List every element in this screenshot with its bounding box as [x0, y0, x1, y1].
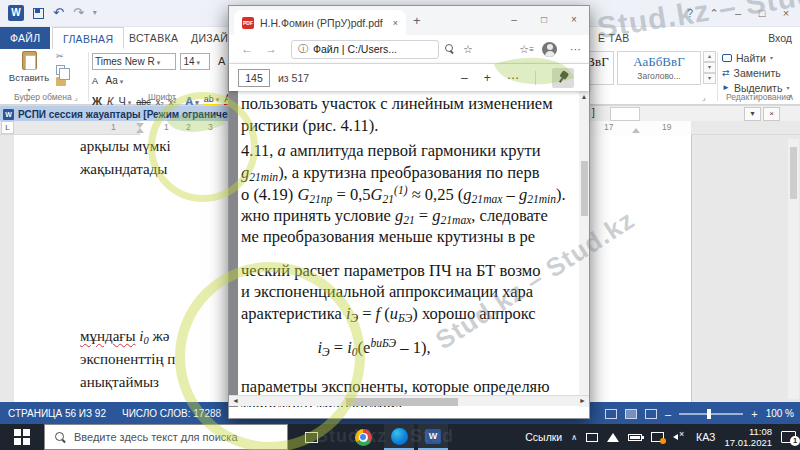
back-button[interactable]: ←	[241, 42, 253, 56]
pdf-vertical-scrollbar[interactable]: ▲	[579, 91, 589, 407]
new-tab-button[interactable]: +	[413, 13, 421, 28]
font-size-combo[interactable]: 14	[180, 53, 210, 70]
tab-selector[interactable]: L	[1, 121, 14, 134]
font-name-combo[interactable]: Times New R	[92, 53, 176, 70]
styles-dialog-launcher[interactable]: ⌟	[702, 93, 706, 102]
web-layout-button[interactable]	[645, 409, 657, 419]
restore-button[interactable]: □	[750, 0, 774, 26]
cast-icon[interactable]	[651, 432, 664, 442]
task-view-button[interactable]	[296, 424, 326, 450]
read-mode-button[interactable]	[605, 409, 617, 419]
pdf-more-options-icon[interactable]: ⋯	[507, 71, 519, 85]
collapse-ribbon-icon[interactable]: ∧	[787, 92, 794, 102]
zoom-level[interactable]: 100 %	[766, 408, 794, 419]
taskbar-search[interactable]	[44, 424, 288, 450]
help-button[interactable]: ?	[678, 0, 702, 26]
find-button[interactable]: Найти ▾	[722, 50, 789, 65]
replace-button[interactable]: ⇄ Заменить	[722, 65, 789, 80]
word-count-status[interactable]: ЧИСЛО СЛОВ: 17288	[122, 408, 221, 419]
scroll-right-icon[interactable]: ►	[579, 397, 586, 404]
clock[interactable]: 11:08 17.01.2021	[724, 426, 772, 448]
tab-addin[interactable]: Е ТАВ	[588, 27, 640, 49]
close-button[interactable]: ×	[559, 6, 589, 34]
pdf-horizontal-scrollbar[interactable]: ◄ ►	[229, 395, 589, 406]
zoom-indicator-icon[interactable]	[445, 44, 455, 54]
undo-icon[interactable]: ↶	[53, 5, 64, 21]
language-indicator[interactable]: КАЗ	[696, 431, 715, 443]
qat-dropdown-icon[interactable]: ▾	[93, 5, 97, 21]
scroll-left-icon[interactable]: ◄	[232, 397, 239, 404]
document-title-tail: ]	[592, 107, 595, 118]
tab-file[interactable]: ФАЙЛ	[0, 27, 50, 49]
browser-tab[interactable]: PDF Н.Н.Фомин (РПрУ)pdf.pdf ×	[234, 10, 406, 35]
ribbon-options-button[interactable]: ⌃	[702, 0, 726, 26]
doc-window-minimize-button[interactable]: ▾	[744, 107, 761, 121]
tablet-mode-icon[interactable]	[586, 433, 598, 442]
browser-menu-icon[interactable]: ⋯	[570, 43, 581, 56]
battery-icon[interactable]	[628, 434, 642, 441]
zoom-slider[interactable]	[679, 413, 743, 415]
forward-button[interactable]: →	[265, 42, 277, 56]
style-item-heading[interactable]: АаБбВвГ Заголово...	[617, 51, 701, 85]
print-layout-button[interactable]	[625, 409, 637, 419]
page-count-status[interactable]: СТРАНИЦА 56 ИЗ 92	[8, 408, 106, 419]
close-button[interactable]: ×	[774, 0, 798, 26]
clipboard-dialog-launcher[interactable]: ⌟	[74, 93, 78, 102]
grow-font-button[interactable]: А	[218, 55, 225, 67]
scrollbar-thumb[interactable]	[581, 161, 588, 216]
pdf-page: пользовать участок с линейным изменением…	[238, 91, 580, 407]
hidden-icons-chevron[interactable]: ∧	[571, 433, 577, 442]
search-input[interactable]	[74, 431, 274, 443]
links-toolbar[interactable]: Ссылки	[525, 431, 562, 443]
copy-icon[interactable]	[56, 65, 65, 75]
cut-icon[interactable]: ✂	[56, 51, 66, 63]
redo-icon[interactable]: ↷	[73, 5, 84, 21]
document-scrollbar[interactable]	[788, 139, 799, 399]
profile-avatar[interactable]	[542, 42, 557, 57]
action-center-icon[interactable]: 1	[781, 431, 796, 443]
doc-window-close-button[interactable]: ×	[763, 107, 780, 121]
page-info-icon[interactable]: ⓘ	[298, 42, 308, 56]
styles-more-button[interactable]: ▾	[703, 73, 716, 84]
pdf-zoom-out-button[interactable]: –	[461, 71, 468, 85]
wifi-icon[interactable]	[607, 433, 619, 442]
taskbar-word-button[interactable]: W	[418, 424, 448, 450]
styles-up-button[interactable]: ▴	[703, 51, 716, 62]
document-text-block: арқылы мүмкіжақындатады	[80, 138, 171, 184]
start-button[interactable]	[0, 424, 44, 450]
minimize-button[interactable]: –	[499, 6, 529, 34]
edge-icon	[391, 428, 408, 445]
zoom-in-button[interactable]: +	[751, 408, 757, 420]
tab-home[interactable]: ГЛАВНАЯ	[52, 27, 124, 49]
minimize-button[interactable]: –	[726, 0, 750, 26]
hanging-indent-marker[interactable]	[136, 128, 144, 133]
sign-in-link[interactable]: Вход	[768, 27, 792, 49]
change-case-button[interactable]: Аа	[105, 75, 123, 86]
scroll-up-icon[interactable]: ▲	[579, 93, 589, 100]
paste-button[interactable]: Вставить ▾	[8, 51, 50, 95]
text-line: жақындатады	[80, 161, 171, 184]
zoom-out-button[interactable]: –	[665, 408, 671, 420]
scrollbar-thumb[interactable]	[346, 398, 458, 406]
volume-muted-icon[interactable]: ×	[673, 432, 687, 442]
right-indent-marker[interactable]	[632, 128, 640, 133]
tab-insert[interactable]: ВСТАВКА	[119, 27, 188, 49]
pdf-zoom-in-button[interactable]: +	[484, 71, 491, 85]
tab-close-icon[interactable]: ×	[393, 18, 398, 28]
page-number-input[interactable]: 145	[238, 69, 270, 87]
document-title[interactable]: W РСПИ сессия жауаптары [Режим ограничен…	[0, 106, 232, 122]
zoom-slider-thumb[interactable]	[707, 409, 711, 419]
pdf-content-area[interactable]: пользовать участок с линейным изменением…	[229, 91, 589, 407]
maximize-button[interactable]: □	[529, 6, 559, 34]
save-icon[interactable]	[33, 8, 44, 19]
shrink-font-button[interactable]: А	[92, 76, 98, 86]
edge-window: PDF Н.Н.Фомин (РПрУ)pdf.pdf × + – □ × ← …	[228, 5, 590, 419]
address-field[interactable]: ⓘ Файл | C:/Users...	[291, 40, 439, 59]
styles-down-button[interactable]: ▾	[703, 62, 716, 73]
pin-toolbar-button[interactable]	[552, 68, 574, 88]
favorites-bar-icon[interactable]: ☆	[519, 43, 529, 56]
favorite-star-icon[interactable]: ☆	[463, 43, 473, 56]
taskbar-edge-button[interactable]	[384, 424, 414, 450]
ruler-mark: 1	[164, 122, 169, 132]
taskbar-chrome-button[interactable]	[348, 424, 378, 450]
